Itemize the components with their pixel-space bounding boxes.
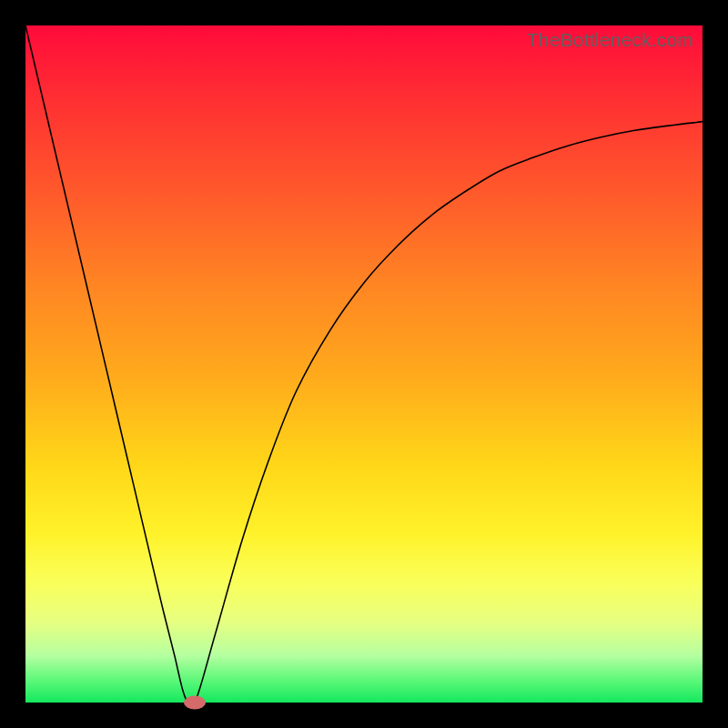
minimum-marker bbox=[184, 696, 206, 710]
bottleneck-curve bbox=[25, 25, 703, 707]
plot-area: TheBottleneck.com bbox=[25, 25, 703, 703]
chart-frame: TheBottleneck.com bbox=[0, 0, 728, 728]
curve-svg bbox=[25, 25, 703, 703]
